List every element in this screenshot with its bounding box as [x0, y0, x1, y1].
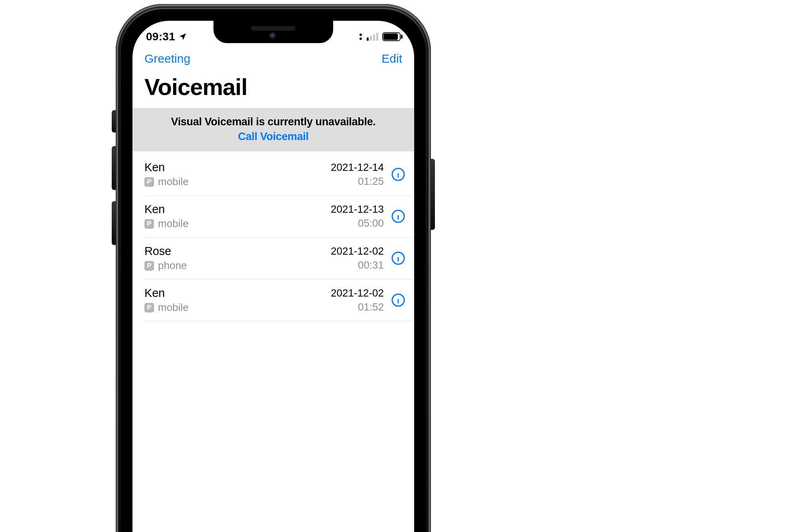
phone-bezel: 09:31 — [121, 9, 426, 532]
voicemail-row[interactable]: KenPmobile2021-12-1305:00 — [144, 196, 414, 237]
svg-point-1 — [397, 171, 399, 173]
phone-badge-icon: P — [144, 177, 154, 187]
svg-rect-8 — [398, 257, 399, 261]
banner-message: Visual Voicemail is currently unavailabl… — [139, 116, 408, 128]
phone-badge-icon: P — [144, 261, 154, 271]
svg-rect-11 — [398, 299, 399, 303]
speaker-slot — [251, 26, 295, 30]
page-title: Voicemail — [132, 67, 414, 108]
status-banner: Visual Voicemail is currently unavailabl… — [132, 108, 414, 151]
battery-icon — [382, 32, 401, 41]
dual-sim-icon — [359, 34, 362, 40]
voicemail-source: mobile — [158, 218, 189, 230]
voicemail-name: Ken — [144, 287, 324, 300]
phone-frame: 09:31 — [116, 4, 431, 532]
voicemail-name: Ken — [144, 203, 324, 216]
voicemail-list: KenPmobile2021-12-1401:25KenPmobile2021-… — [132, 151, 414, 321]
volume-up-button — [112, 146, 116, 190]
voicemail-date: 2021-12-02 — [331, 245, 384, 257]
voicemail-date: 2021-12-02 — [331, 287, 384, 299]
side-button — [431, 159, 435, 230]
cell-signal-icon — [367, 33, 378, 41]
call-voicemail-button[interactable]: Call Voicemail — [139, 131, 408, 143]
svg-rect-2 — [398, 173, 399, 178]
voicemail-date: 2021-12-13 — [331, 203, 384, 216]
voicemail-source: phone — [158, 259, 187, 272]
voicemail-date: 2021-12-14 — [331, 161, 384, 174]
voicemail-source: mobile — [158, 301, 189, 314]
svg-point-4 — [397, 213, 399, 215]
info-icon[interactable] — [390, 292, 406, 308]
svg-point-10 — [397, 297, 399, 299]
svg-rect-5 — [398, 215, 399, 220]
voicemail-duration: 05:00 — [331, 217, 384, 229]
status-time: 09:31 — [146, 30, 175, 43]
voicemail-duration: 01:25 — [331, 175, 384, 188]
phone-screen: 09:31 — [132, 21, 414, 532]
voicemail-name: Rose — [144, 245, 324, 258]
voicemail-row[interactable]: KenPmobile2021-12-0201:52 — [144, 279, 414, 321]
notch — [213, 21, 333, 43]
mute-switch — [112, 110, 116, 133]
voicemail-row[interactable]: RosePphone2021-12-0200:31 — [144, 237, 414, 279]
info-icon[interactable] — [390, 166, 406, 182]
svg-point-7 — [397, 255, 399, 257]
greeting-button[interactable]: Greeting — [144, 52, 190, 65]
volume-down-button — [112, 201, 116, 245]
voicemail-row[interactable]: KenPmobile2021-12-1401:25 — [144, 151, 414, 196]
edit-button[interactable]: Edit — [381, 52, 402, 65]
phone-badge-icon: P — [144, 219, 154, 229]
voicemail-duration: 00:31 — [331, 259, 384, 271]
front-camera — [269, 32, 278, 41]
info-icon[interactable] — [390, 208, 406, 224]
voicemail-source: mobile — [158, 176, 189, 188]
info-icon[interactable] — [390, 250, 406, 266]
phone-badge-icon: P — [144, 303, 154, 312]
location-arrow-icon — [178, 32, 187, 41]
voicemail-name: Ken — [144, 161, 324, 174]
voicemail-duration: 01:52 — [331, 301, 384, 313]
